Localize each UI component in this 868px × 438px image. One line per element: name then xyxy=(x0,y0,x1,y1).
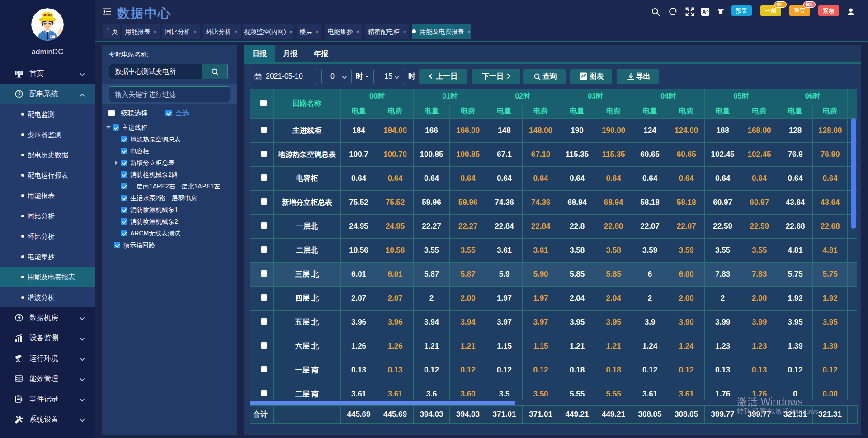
svg-text:Acrel: Acrel xyxy=(46,13,53,16)
svg-text:文: 文 xyxy=(706,8,709,12)
